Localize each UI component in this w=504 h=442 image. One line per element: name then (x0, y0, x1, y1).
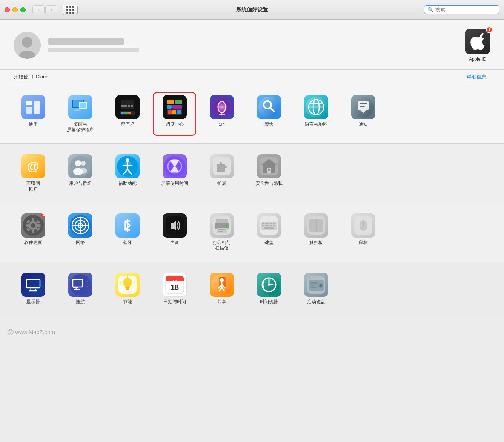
svg-rect-101 (267, 223, 269, 224)
maximize-button[interactable] (20, 7, 26, 12)
pref-item-ext[interactable]: 扩展 (200, 151, 243, 195)
apple-badge: 1 (486, 26, 493, 33)
users-label: 用户与群组 (69, 181, 92, 186)
pref-item-network[interactable]: 网络 (58, 210, 102, 254)
display-icon (21, 273, 45, 297)
svg-rect-23 (167, 100, 174, 104)
energy-icon (115, 273, 140, 297)
pref-item-printer[interactable]: 打印机与 扫描仪 (200, 210, 243, 254)
pref-item-general[interactable]: 通用 (11, 92, 55, 136)
svg-point-1 (22, 37, 32, 48)
profile-email (48, 48, 139, 52)
pref-item-sidecar[interactable]: 随航 (58, 270, 102, 308)
keyboard-icon (257, 213, 281, 238)
svg-rect-26 (172, 105, 182, 109)
search-box[interactable]: 🔍 (424, 5, 499, 14)
svg-rect-104 (262, 225, 264, 226)
svg-rect-24 (175, 100, 182, 104)
pref-item-desktop[interactable]: 桌面与 屏幕保护程序 (58, 92, 102, 136)
svg-rect-105 (265, 225, 267, 226)
pref-item-trackpad[interactable]: 触控板 (294, 210, 338, 254)
printer-label: 打印机与 扫描仪 (213, 240, 231, 251)
sound-icon (163, 213, 187, 238)
pref-item-timemachine[interactable]: 时间机器 (247, 270, 290, 308)
pref-item-access[interactable]: 辅助功能 (106, 151, 149, 195)
pref-item-datetime[interactable]: JUL 18 日期与时间 (153, 270, 196, 308)
pref-item-software[interactable]: 1 软件更新 (11, 210, 55, 254)
svg-rect-131 (126, 289, 129, 290)
apple-id-section[interactable]: 1 Apple ID (465, 29, 490, 62)
search-input[interactable] (435, 7, 496, 12)
pref-item-internet[interactable]: @ 互联网 帐户 (11, 151, 55, 195)
profile-section: 1 Apple ID (0, 20, 504, 70)
svg-rect-108 (273, 225, 275, 226)
close-button[interactable] (5, 7, 10, 12)
forward-button[interactable]: › (45, 5, 57, 14)
general-label: 通用 (29, 121, 38, 127)
timemachine-icon (257, 273, 281, 297)
pref-item-mission[interactable]: 调度中心 (153, 92, 196, 136)
pref-item-language[interactable]: 语言与地区 (294, 92, 338, 136)
svg-rect-106 (267, 225, 269, 226)
pref-item-sound[interactable]: 声音 (153, 210, 196, 254)
pref-item-spotlight[interactable]: 聚焦 (247, 92, 290, 136)
timemachine-label: 时间机器 (260, 299, 278, 305)
svg-rect-74 (26, 224, 29, 227)
svg-rect-47 (360, 103, 367, 104)
svg-rect-94 (218, 229, 226, 230)
pref-item-display[interactable]: 显示器 (11, 270, 55, 308)
pref-item-notif[interactable]: 通知 (341, 92, 385, 136)
siri-label: Siri (218, 121, 225, 127)
svg-rect-158 (310, 282, 318, 284)
pref-item-startup[interactable]: 启动磁盘 (294, 270, 338, 308)
keyboard-label: 键盘 (264, 240, 274, 246)
nav-buttons: ‹ › (32, 5, 57, 14)
svg-point-116 (23, 274, 44, 295)
pref-section-2: @ 互联网 帐户 用户与群组 (0, 144, 504, 203)
traffic-lights (5, 7, 26, 12)
svg-rect-129 (125, 286, 130, 288)
minimize-button[interactable] (12, 7, 18, 12)
icloud-banner: 开始使用 iCloud 详细信息... (0, 70, 504, 84)
printer-icon (210, 213, 234, 238)
svg-rect-29 (172, 110, 176, 114)
pref-item-energy[interactable]: 节能 (106, 270, 149, 308)
pref-item-dock[interactable]: 程序坞 (106, 92, 149, 136)
pref-item-siri[interactable]: Siri (200, 92, 243, 136)
search-icon: 🔍 (427, 7, 433, 12)
screentime-label: 屏幕使用时间 (161, 181, 188, 186)
sidecar-icon (68, 273, 92, 297)
svg-rect-28 (168, 110, 172, 114)
pref-item-screentime[interactable]: 屏幕使用时间 (153, 151, 196, 195)
apple-id-icon[interactable]: 1 (465, 29, 490, 54)
pref-item-users[interactable]: 用户与群组 (58, 151, 102, 195)
network-label: 网络 (76, 240, 85, 246)
grid-view-button[interactable] (63, 5, 78, 15)
dock-icon (115, 95, 140, 119)
spotlight-label: 聚焦 (264, 121, 274, 127)
startup-icon (304, 273, 328, 297)
notif-icon (351, 95, 375, 119)
pref-item-mouse[interactable]: 鼠标 (341, 210, 385, 254)
pref-grid-3: 1 软件更新 网络 (11, 210, 493, 254)
mouse-label: 鼠标 (359, 240, 368, 246)
svg-rect-3 (26, 101, 32, 105)
pref-item-bluetooth[interactable]: 蓝牙 (106, 210, 149, 254)
watermark: Ⓜ www.MacZ.com (8, 328, 55, 336)
pref-item-sharing[interactable]: 共享 (200, 270, 243, 308)
general-icon (21, 95, 45, 119)
pref-grid-1: 通用 桌面与 屏幕保护程序 (11, 92, 493, 136)
svg-rect-130 (126, 288, 129, 289)
desktop-label: 桌面与 屏幕保护程序 (67, 121, 94, 133)
svg-rect-107 (270, 225, 272, 226)
svg-rect-15 (124, 112, 128, 114)
svg-rect-30 (177, 110, 181, 114)
pref-item-keyboard[interactable]: 键盘 (247, 210, 290, 254)
avatar[interactable] (14, 32, 41, 59)
svg-rect-11 (80, 103, 86, 108)
svg-rect-109 (264, 227, 274, 229)
pref-item-security[interactable]: 安全性与隐私 (247, 151, 290, 195)
access-label: 辅助功能 (118, 181, 137, 186)
back-button[interactable]: ‹ (32, 5, 45, 14)
icloud-detail-link[interactable]: 详细信息... (467, 74, 490, 80)
